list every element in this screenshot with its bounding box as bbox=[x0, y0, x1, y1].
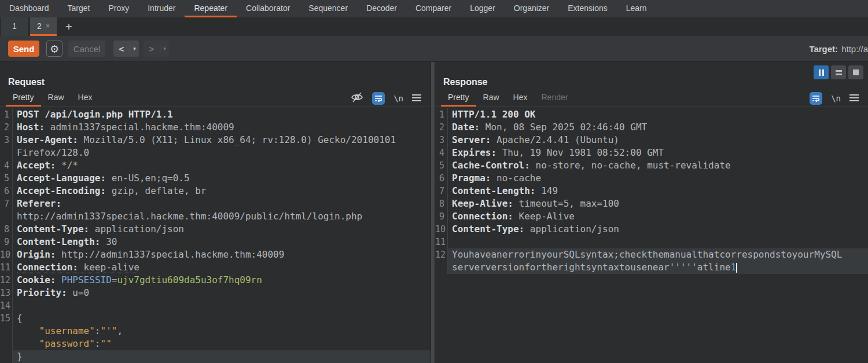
menu-extensions[interactable]: Extensions bbox=[558, 0, 616, 17]
word-wrap-icon[interactable] bbox=[372, 92, 385, 105]
request-tab-hex[interactable]: Hex bbox=[71, 90, 100, 107]
target-label: Target: bbox=[809, 44, 838, 54]
line-number: 1 bbox=[0, 108, 13, 121]
columns-layout-icon bbox=[819, 69, 821, 76]
target-url: http://a bbox=[841, 44, 868, 54]
menu-dashboard[interactable]: Dashboard bbox=[0, 0, 58, 17]
line-number bbox=[0, 146, 13, 159]
menu-sequencer[interactable]: Sequencer bbox=[299, 0, 357, 17]
code-line: 11Connection: keep-alive bbox=[0, 261, 431, 274]
close-tab-icon[interactable]: × bbox=[46, 22, 50, 30]
request-editor-icons: \n bbox=[351, 90, 425, 107]
history-forward-button[interactable]: > ▾ bbox=[144, 41, 169, 57]
repeater-toolbar: Send ⚙ Cancel < ▾ > ▾ Target: http://a bbox=[0, 36, 868, 62]
line-number: 2 bbox=[0, 121, 13, 134]
editor-menu-icon[interactable] bbox=[849, 93, 859, 104]
code-line: 2Date: Mon, 08 Sep 2025 02:46:40 GMT bbox=[435, 121, 868, 134]
show-newlines-icon[interactable]: \n bbox=[831, 94, 841, 103]
layout-toggle-group bbox=[814, 65, 863, 79]
code-line: 9Connection: Keep-Alive bbox=[435, 210, 868, 223]
request-tab-pretty[interactable]: Pretty bbox=[6, 90, 41, 107]
request-editor[interactable]: 1POST /api/login.php HTTP/1.12Host: admi… bbox=[0, 107, 431, 363]
layout-rows-button[interactable] bbox=[831, 65, 846, 79]
code-line: 3User-Agent: Mozilla/5.0 (X11; Linux x86… bbox=[0, 134, 431, 146]
line-number: 1 bbox=[435, 108, 448, 121]
menu-logger[interactable]: Logger bbox=[461, 0, 505, 17]
line-number: 10 bbox=[0, 248, 13, 261]
add-tab-button[interactable]: + bbox=[59, 17, 79, 36]
code-line: 15{ bbox=[0, 312, 431, 325]
request-tab-raw[interactable]: Raw bbox=[41, 90, 71, 107]
response-tab-pretty[interactable]: Pretty bbox=[441, 90, 476, 107]
line-number: 12 bbox=[435, 248, 448, 261]
code-line: "username":"'", bbox=[0, 325, 431, 338]
code-line: 6Accept-Encoding: gzip, deflate, br bbox=[0, 185, 431, 197]
line-number bbox=[0, 210, 13, 223]
response-tab-render[interactable]: Render bbox=[535, 90, 575, 107]
line-number: 2 bbox=[435, 121, 448, 134]
plus-icon: + bbox=[65, 20, 72, 34]
layout-single-button[interactable] bbox=[848, 65, 863, 79]
layout-columns-button[interactable] bbox=[814, 65, 829, 79]
repeater-tab-1[interactable]: 1 bbox=[1, 17, 28, 36]
menu-intruder[interactable]: Intruder bbox=[138, 0, 185, 17]
line-number bbox=[0, 338, 13, 350]
back-arrow-icon: < bbox=[113, 44, 130, 54]
send-button[interactable]: Send bbox=[8, 41, 39, 57]
response-tab-hex[interactable]: Hex bbox=[506, 90, 535, 107]
repeater-tab-1-label: 1 bbox=[12, 21, 17, 31]
response-view-tabs: Pretty Raw Hex Render \n bbox=[435, 90, 868, 107]
show-newlines-icon[interactable]: \n bbox=[393, 94, 403, 103]
code-line: http://admin1337special.hackme.thm:40009… bbox=[0, 210, 431, 223]
line-number bbox=[435, 261, 448, 274]
request-settings-button[interactable]: ⚙ bbox=[46, 41, 62, 57]
menu-collaborator[interactable]: Collaborator bbox=[237, 0, 299, 17]
menu-organizer[interactable]: Organizer bbox=[505, 0, 558, 17]
editor-menu-icon[interactable] bbox=[412, 93, 421, 104]
panel-splitter-handle[interactable] bbox=[431, 62, 435, 363]
history-back-button[interactable]: < ▾ bbox=[113, 41, 139, 57]
menu-repeater[interactable]: Repeater bbox=[185, 0, 237, 17]
word-wrap-icon[interactable] bbox=[810, 92, 822, 105]
line-number: 4 bbox=[0, 159, 13, 172]
line-number: 8 bbox=[0, 223, 13, 236]
code-line: "password":"" bbox=[0, 338, 431, 350]
menu-proxy[interactable]: Proxy bbox=[99, 0, 138, 17]
menu-target[interactable]: Target bbox=[58, 0, 100, 17]
repeater-tab-2[interactable]: 2 × bbox=[30, 17, 57, 36]
text-cursor bbox=[736, 263, 737, 273]
menu-comparer[interactable]: Comparer bbox=[406, 0, 461, 17]
response-editor[interactable]: 1HTTP/1.1 200 OK2Date: Mon, 08 Sep 2025 … bbox=[435, 107, 868, 363]
line-number: 11 bbox=[0, 261, 13, 274]
line-number: 4 bbox=[435, 146, 448, 159]
response-editor-icons: \n bbox=[810, 90, 862, 107]
code-line: 12Cookie: PHPSESSID=ujv7gdtiu609da5u3of7… bbox=[0, 274, 431, 287]
line-number: 7 bbox=[435, 185, 448, 197]
request-panel-title: Request bbox=[0, 62, 431, 90]
code-line: 5Cache-Control: no-store, no-cache, must… bbox=[435, 159, 868, 172]
line-number: 8 bbox=[435, 197, 448, 210]
menu-learn[interactable]: Learn bbox=[617, 0, 656, 17]
code-line: 1POST /api/login.php HTTP/1.1 bbox=[0, 108, 431, 121]
code-line: 7Content-Length: 149 bbox=[435, 185, 868, 197]
code-line: 13Priority: u=0 bbox=[0, 287, 431, 299]
cancel-button[interactable]: Cancel bbox=[68, 41, 105, 57]
request-view-tabs: Pretty Raw Hex bbox=[0, 90, 431, 107]
repeater-tab-2-label: 2 bbox=[37, 21, 42, 31]
single-layout-icon bbox=[853, 69, 859, 75]
menu-decoder[interactable]: Decoder bbox=[357, 0, 406, 17]
code-line: 8Keep-Alive: timeout=5, max=100 bbox=[435, 197, 868, 210]
response-panel: Response Pretty Raw Hex Render \n bbox=[435, 62, 868, 363]
chevron-down-icon[interactable]: ▾ bbox=[160, 46, 169, 52]
chevron-down-icon[interactable]: ▾ bbox=[130, 46, 139, 52]
line-number: 11 bbox=[435, 236, 448, 248]
line-number: 5 bbox=[435, 159, 448, 172]
response-tab-raw[interactable]: Raw bbox=[476, 90, 506, 107]
hide-highlights-eye-off-icon[interactable] bbox=[351, 91, 363, 105]
code-line: Firefox/128.0 bbox=[0, 146, 431, 159]
line-number: 14 bbox=[0, 299, 13, 312]
line-number bbox=[0, 350, 13, 363]
line-number bbox=[0, 325, 13, 338]
line-number: 9 bbox=[435, 210, 448, 223]
code-line: 4Accept: */* bbox=[0, 159, 431, 172]
